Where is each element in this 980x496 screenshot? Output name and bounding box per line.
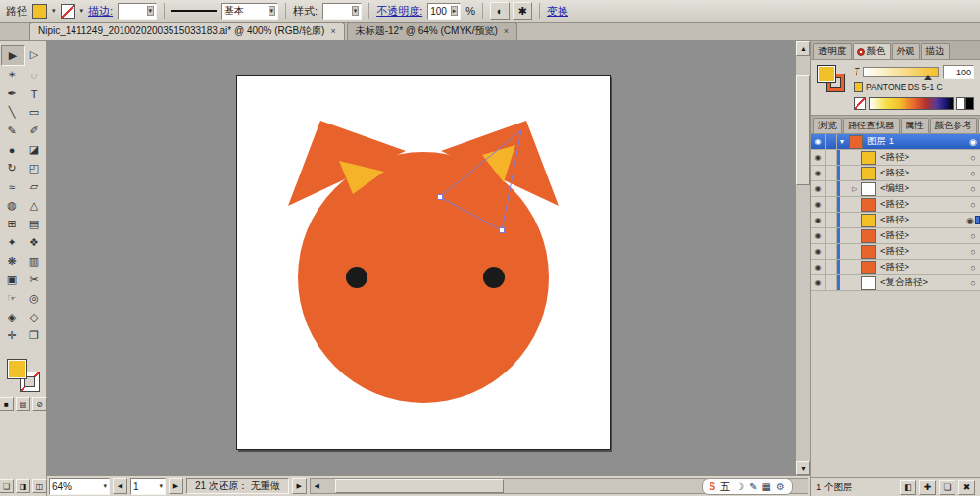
panel-tab-描边[interactable]: 描边 (921, 43, 950, 59)
target-icon[interactable]: ○ (966, 247, 980, 257)
tint-slider-thumb[interactable] (924, 75, 932, 80)
layer-object-row[interactable]: ◉▷<编组>○ (811, 181, 980, 197)
stroke-weight-combo[interactable]: ▾ (118, 3, 157, 20)
fill-dropdown-icon[interactable]: ▾ (52, 7, 56, 15)
paintbrush-tool[interactable]: ✎ (1, 122, 24, 140)
panel-tab-路径查找器[interactable]: 路径查找器 (843, 118, 900, 133)
layer-name[interactable]: 图层 1 (865, 135, 966, 148)
artboard-tool[interactable]: ▣ (1, 271, 24, 289)
lock-toggle[interactable] (826, 213, 837, 227)
delete-layer-icon[interactable]: ✖ (958, 480, 975, 495)
layer-row[interactable]: ◉▼图层 1◉ (811, 134, 980, 150)
panel-tab-颜色[interactable]: 颜色 (853, 43, 891, 59)
style-combo[interactable]: ▾ (322, 3, 362, 20)
scroll-down-icon[interactable]: ▼ (796, 461, 810, 475)
zoom-tool[interactable]: ◎ (24, 289, 46, 308)
zoom-level-combo[interactable]: 64%▾ (49, 478, 110, 495)
color-mode-icon[interactable]: ■ (0, 397, 14, 411)
layer-object-row[interactable]: ◉<路径>◉ (811, 213, 980, 228)
recolor-artwork-icon[interactable]: ◐ (490, 2, 510, 20)
white-chip[interactable] (956, 97, 965, 110)
none-mode-icon[interactable]: ⊘ (32, 397, 47, 411)
shape-builder-tool[interactable]: ◍ (1, 196, 24, 215)
visibility-toggle-icon[interactable]: ◉ (811, 166, 826, 180)
object-name[interactable]: <路径> (878, 261, 966, 273)
object-name[interactable]: <路径> (878, 214, 966, 226)
lock-toggle[interactable] (826, 134, 837, 149)
fill-color-swatch[interactable] (32, 4, 47, 19)
tint-slider[interactable] (863, 67, 939, 77)
layer-object-row[interactable]: ◉<路径>○ (811, 228, 980, 244)
column-graph-tool[interactable]: ▥ (24, 252, 46, 271)
visibility-toggle-icon[interactable]: ◉ (811, 197, 826, 212)
visibility-toggle-icon[interactable]: ◉ (811, 260, 826, 274)
vertical-scroll-thumb[interactable] (796, 75, 810, 185)
wrench-icon[interactable]: ⚙ (776, 482, 785, 492)
none-color-chip[interactable] (854, 97, 866, 110)
slice-tool[interactable]: ✂ (24, 271, 46, 289)
lock-toggle[interactable] (826, 197, 837, 212)
panel-fill-stroke-widget[interactable] (817, 65, 847, 96)
cat-right-eye[interactable] (483, 267, 505, 288)
moon-icon[interactable]: ☽ (735, 482, 744, 492)
panel-tab-浏览[interactable]: 浏览 (813, 118, 842, 133)
object-name[interactable]: <路径> (878, 151, 966, 164)
lock-toggle[interactable] (826, 150, 837, 165)
object-name[interactable]: <复合路径> (878, 276, 966, 289)
rectangle-tool[interactable]: ▭ (24, 103, 46, 122)
stroke-panel-link[interactable]: 描边: (88, 4, 113, 19)
stroke-dropdown-icon[interactable]: ▾ (80, 7, 84, 15)
cat-head[interactable] (298, 152, 549, 403)
transform-link[interactable]: 变换 (547, 4, 568, 19)
layer-object-row[interactable]: ◉<路径>○ (811, 260, 980, 275)
layer-object-row[interactable]: ◉<复合路径>○ (811, 275, 980, 291)
close-tab-icon[interactable]: × (504, 26, 509, 36)
line-segment-tool[interactable]: ╲ (1, 103, 24, 122)
gradient-tool[interactable]: ▤ (24, 215, 46, 233)
scale-tool[interactable]: ◰ (24, 159, 46, 177)
type-tool[interactable]: T (24, 84, 46, 103)
target-icon[interactable]: ○ (966, 169, 980, 178)
vertical-scrollbar[interactable]: ▲ ▼ (795, 41, 810, 475)
scroll-left-icon[interactable]: ◀ (311, 480, 323, 493)
draw-normal-icon[interactable]: ❏ (0, 479, 14, 493)
canvas-area[interactable]: ▲ ▼ (47, 41, 810, 475)
target-icon[interactable]: ○ (966, 263, 980, 273)
blend-tool[interactable]: ❖ (24, 233, 46, 252)
visibility-toggle-icon[interactable]: ◉ (811, 134, 826, 149)
width-tool[interactable]: ≈ (1, 177, 24, 196)
horizontal-scroll-thumb[interactable] (335, 479, 504, 493)
visibility-toggle-icon[interactable]: ◉ (811, 150, 826, 165)
lock-toggle[interactable] (826, 166, 837, 180)
lock-toggle[interactable] (826, 181, 837, 196)
visibility-toggle-icon[interactable]: ◉ (811, 228, 826, 243)
live-paint-bucket-tool[interactable]: ◈ (1, 308, 24, 326)
opacity-input[interactable]: 100▸ (427, 3, 461, 20)
target-icon[interactable]: ○ (966, 184, 980, 194)
object-name[interactable]: <路径> (878, 245, 966, 258)
selection-tool[interactable]: ▶ (1, 45, 25, 66)
visibility-toggle-icon[interactable]: ◉ (811, 244, 826, 259)
free-transform-tool[interactable]: ▱ (24, 177, 46, 196)
target-icon[interactable]: ○ (966, 200, 980, 210)
expander-icon[interactable]: ▼ (837, 134, 847, 149)
lock-toggle[interactable] (826, 275, 837, 290)
close-tab-icon[interactable]: × (330, 26, 335, 36)
target-icon[interactable]: ◉ (966, 137, 980, 147)
visibility-toggle-icon[interactable]: ◉ (811, 275, 826, 290)
object-name[interactable]: <路径> (878, 229, 966, 242)
layer-object-row[interactable]: ◉<路径>○ (811, 244, 980, 260)
hand-tool[interactable]: ☞ (1, 289, 24, 308)
magic-wand-tool[interactable]: ✶ (1, 66, 24, 84)
stroke-color-swatch[interactable] (61, 4, 75, 19)
perspective-grid-tool[interactable]: △ (24, 196, 46, 215)
gradient-mode-icon[interactable]: ▤ (16, 397, 30, 411)
visibility-toggle-icon[interactable]: ◉ (811, 181, 826, 196)
artboard[interactable] (236, 75, 611, 450)
new-layer-icon[interactable]: ❏ (939, 480, 956, 495)
lock-toggle[interactable] (826, 244, 837, 259)
previous-artboard-icon[interactable]: ◀ (113, 478, 127, 494)
eraser-tool[interactable]: ◪ (24, 140, 46, 159)
keyboard-icon[interactable]: ▦ (762, 482, 771, 492)
eyedropper-tool[interactable]: ✦ (1, 233, 24, 252)
